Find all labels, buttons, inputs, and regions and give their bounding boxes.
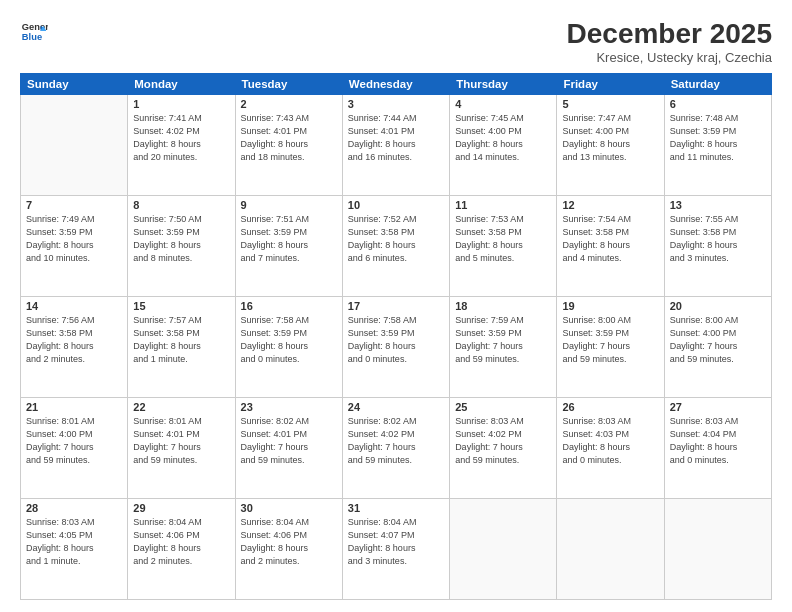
day-cell: 1Sunrise: 7:41 AM Sunset: 4:02 PM Daylig…: [128, 95, 235, 196]
day-cell: 7Sunrise: 7:49 AM Sunset: 3:59 PM Daylig…: [21, 196, 128, 297]
day-number: 9: [241, 199, 337, 211]
day-info: Sunrise: 7:41 AM Sunset: 4:02 PM Dayligh…: [133, 112, 229, 164]
day-cell: 28Sunrise: 8:03 AM Sunset: 4:05 PM Dayli…: [21, 499, 128, 600]
week-row-4: 28Sunrise: 8:03 AM Sunset: 4:05 PM Dayli…: [21, 499, 772, 600]
day-cell: 10Sunrise: 7:52 AM Sunset: 3:58 PM Dayli…: [342, 196, 449, 297]
day-cell: 2Sunrise: 7:43 AM Sunset: 4:01 PM Daylig…: [235, 95, 342, 196]
day-cell: 12Sunrise: 7:54 AM Sunset: 3:58 PM Dayli…: [557, 196, 664, 297]
day-info: Sunrise: 8:00 AM Sunset: 3:59 PM Dayligh…: [562, 314, 658, 366]
day-info: Sunrise: 8:02 AM Sunset: 4:01 PM Dayligh…: [241, 415, 337, 467]
day-cell: 16Sunrise: 7:58 AM Sunset: 3:59 PM Dayli…: [235, 297, 342, 398]
day-number: 8: [133, 199, 229, 211]
day-number: 1: [133, 98, 229, 110]
day-number: 5: [562, 98, 658, 110]
day-number: 3: [348, 98, 444, 110]
title-block: December 2025 Kresice, Ustecky kraj, Cze…: [567, 18, 772, 65]
day-number: 22: [133, 401, 229, 413]
day-number: 4: [455, 98, 551, 110]
day-number: 23: [241, 401, 337, 413]
day-info: Sunrise: 7:47 AM Sunset: 4:00 PM Dayligh…: [562, 112, 658, 164]
logo-icon: General Blue: [20, 18, 48, 46]
month-title: December 2025: [567, 18, 772, 50]
day-cell: 20Sunrise: 8:00 AM Sunset: 4:00 PM Dayli…: [664, 297, 771, 398]
day-info: Sunrise: 8:04 AM Sunset: 4:07 PM Dayligh…: [348, 516, 444, 568]
day-number: 29: [133, 502, 229, 514]
header-day-sunday: Sunday: [21, 74, 128, 95]
day-info: Sunrise: 7:58 AM Sunset: 3:59 PM Dayligh…: [348, 314, 444, 366]
day-number: 11: [455, 199, 551, 211]
day-number: 14: [26, 300, 122, 312]
day-cell: 27Sunrise: 8:03 AM Sunset: 4:04 PM Dayli…: [664, 398, 771, 499]
day-info: Sunrise: 7:49 AM Sunset: 3:59 PM Dayligh…: [26, 213, 122, 265]
header-row: SundayMondayTuesdayWednesdayThursdayFrid…: [21, 74, 772, 95]
day-cell: 3Sunrise: 7:44 AM Sunset: 4:01 PM Daylig…: [342, 95, 449, 196]
header: General Blue December 2025 Kresice, Uste…: [20, 18, 772, 65]
day-cell: 14Sunrise: 7:56 AM Sunset: 3:58 PM Dayli…: [21, 297, 128, 398]
day-number: 12: [562, 199, 658, 211]
day-info: Sunrise: 7:59 AM Sunset: 3:59 PM Dayligh…: [455, 314, 551, 366]
day-cell: [664, 499, 771, 600]
day-cell: 22Sunrise: 8:01 AM Sunset: 4:01 PM Dayli…: [128, 398, 235, 499]
day-info: Sunrise: 7:57 AM Sunset: 3:58 PM Dayligh…: [133, 314, 229, 366]
header-day-friday: Friday: [557, 74, 664, 95]
day-info: Sunrise: 7:45 AM Sunset: 4:00 PM Dayligh…: [455, 112, 551, 164]
day-cell: [21, 95, 128, 196]
day-cell: 11Sunrise: 7:53 AM Sunset: 3:58 PM Dayli…: [450, 196, 557, 297]
day-cell: [450, 499, 557, 600]
day-info: Sunrise: 7:58 AM Sunset: 3:59 PM Dayligh…: [241, 314, 337, 366]
day-cell: 26Sunrise: 8:03 AM Sunset: 4:03 PM Dayli…: [557, 398, 664, 499]
day-number: 19: [562, 300, 658, 312]
day-number: 31: [348, 502, 444, 514]
day-number: 7: [26, 199, 122, 211]
day-info: Sunrise: 8:03 AM Sunset: 4:03 PM Dayligh…: [562, 415, 658, 467]
day-number: 10: [348, 199, 444, 211]
day-info: Sunrise: 7:53 AM Sunset: 3:58 PM Dayligh…: [455, 213, 551, 265]
header-day-monday: Monday: [128, 74, 235, 95]
day-info: Sunrise: 7:50 AM Sunset: 3:59 PM Dayligh…: [133, 213, 229, 265]
svg-text:Blue: Blue: [22, 32, 42, 42]
week-row-1: 7Sunrise: 7:49 AM Sunset: 3:59 PM Daylig…: [21, 196, 772, 297]
day-cell: 25Sunrise: 8:03 AM Sunset: 4:02 PM Dayli…: [450, 398, 557, 499]
page: General Blue December 2025 Kresice, Uste…: [0, 0, 792, 612]
day-info: Sunrise: 7:56 AM Sunset: 3:58 PM Dayligh…: [26, 314, 122, 366]
day-cell: 9Sunrise: 7:51 AM Sunset: 3:59 PM Daylig…: [235, 196, 342, 297]
calendar-header: SundayMondayTuesdayWednesdayThursdayFrid…: [21, 74, 772, 95]
day-number: 6: [670, 98, 766, 110]
day-info: Sunrise: 8:01 AM Sunset: 4:00 PM Dayligh…: [26, 415, 122, 467]
day-number: 18: [455, 300, 551, 312]
day-cell: 6Sunrise: 7:48 AM Sunset: 3:59 PM Daylig…: [664, 95, 771, 196]
day-cell: 8Sunrise: 7:50 AM Sunset: 3:59 PM Daylig…: [128, 196, 235, 297]
day-number: 15: [133, 300, 229, 312]
logo: General Blue: [20, 18, 48, 46]
week-row-2: 14Sunrise: 7:56 AM Sunset: 3:58 PM Dayli…: [21, 297, 772, 398]
day-info: Sunrise: 7:54 AM Sunset: 3:58 PM Dayligh…: [562, 213, 658, 265]
calendar-table: SundayMondayTuesdayWednesdayThursdayFrid…: [20, 73, 772, 600]
day-cell: 29Sunrise: 8:04 AM Sunset: 4:06 PM Dayli…: [128, 499, 235, 600]
day-info: Sunrise: 8:03 AM Sunset: 4:04 PM Dayligh…: [670, 415, 766, 467]
day-cell: 30Sunrise: 8:04 AM Sunset: 4:06 PM Dayli…: [235, 499, 342, 600]
day-info: Sunrise: 8:04 AM Sunset: 4:06 PM Dayligh…: [133, 516, 229, 568]
header-day-tuesday: Tuesday: [235, 74, 342, 95]
day-cell: 18Sunrise: 7:59 AM Sunset: 3:59 PM Dayli…: [450, 297, 557, 398]
header-day-thursday: Thursday: [450, 74, 557, 95]
day-number: 20: [670, 300, 766, 312]
day-number: 26: [562, 401, 658, 413]
day-info: Sunrise: 7:43 AM Sunset: 4:01 PM Dayligh…: [241, 112, 337, 164]
day-info: Sunrise: 8:00 AM Sunset: 4:00 PM Dayligh…: [670, 314, 766, 366]
day-cell: 23Sunrise: 8:02 AM Sunset: 4:01 PM Dayli…: [235, 398, 342, 499]
day-info: Sunrise: 7:51 AM Sunset: 3:59 PM Dayligh…: [241, 213, 337, 265]
day-info: Sunrise: 7:48 AM Sunset: 3:59 PM Dayligh…: [670, 112, 766, 164]
day-number: 21: [26, 401, 122, 413]
day-info: Sunrise: 8:01 AM Sunset: 4:01 PM Dayligh…: [133, 415, 229, 467]
day-number: 2: [241, 98, 337, 110]
day-cell: 17Sunrise: 7:58 AM Sunset: 3:59 PM Dayli…: [342, 297, 449, 398]
day-info: Sunrise: 8:03 AM Sunset: 4:02 PM Dayligh…: [455, 415, 551, 467]
day-cell: 31Sunrise: 8:04 AM Sunset: 4:07 PM Dayli…: [342, 499, 449, 600]
day-cell: 19Sunrise: 8:00 AM Sunset: 3:59 PM Dayli…: [557, 297, 664, 398]
calendar-body: 1Sunrise: 7:41 AM Sunset: 4:02 PM Daylig…: [21, 95, 772, 600]
day-cell: 24Sunrise: 8:02 AM Sunset: 4:02 PM Dayli…: [342, 398, 449, 499]
day-cell: 21Sunrise: 8:01 AM Sunset: 4:00 PM Dayli…: [21, 398, 128, 499]
day-number: 16: [241, 300, 337, 312]
day-number: 30: [241, 502, 337, 514]
day-cell: 15Sunrise: 7:57 AM Sunset: 3:58 PM Dayli…: [128, 297, 235, 398]
